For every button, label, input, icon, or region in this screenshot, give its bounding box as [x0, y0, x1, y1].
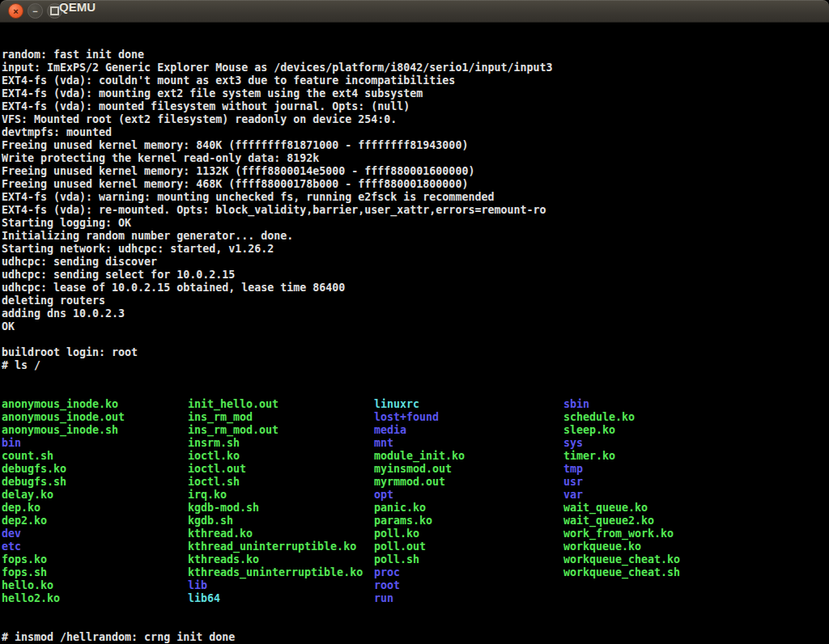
ls-entry: debugfs.sh [2, 476, 66, 489]
ls-output: anonymous_inode.koinit_hello.outlinuxrcs… [2, 398, 829, 605]
ls-entry: lib [188, 579, 207, 592]
qemu-window: × − QEMU random: fast init doneinput: Im… [0, 0, 829, 644]
ls-entry: workqueue_cheat.sh [563, 566, 680, 579]
close-icon: × [13, 6, 18, 16]
ls-entry: hello.ko [2, 579, 53, 592]
ls-entry: etc [2, 540, 21, 553]
ls-entry: poll.ko [374, 527, 419, 540]
ls-entry: count.sh [2, 450, 53, 463]
console-line [2, 333, 829, 346]
ls-entry: sleep.ko [563, 424, 615, 437]
console-line: udhcpc: lease of 10.0.2.15 obtained, lea… [2, 282, 829, 294]
ls-entry: hello2.ko [2, 592, 60, 605]
ls-row: etckthread_uninterruptible.kopoll.outwor… [2, 540, 829, 553]
console-line: adding dns 10.0.2.3 [2, 307, 829, 320]
ls-row: debugfs.koioctl.outmyinsmod.outtmp [2, 463, 829, 476]
ls-row: bininsrm.shmntsys [2, 437, 829, 450]
console-line: deleting routers [2, 294, 829, 307]
console-line: # ls / [2, 359, 829, 372]
ls-entry: wait_queue.ko [563, 502, 648, 515]
ls-entry: var [563, 489, 583, 502]
ls-entry: schedule.ko [563, 411, 635, 424]
ls-row: anonymous_inode.outins_rm_modlost+founds… [2, 411, 829, 424]
ls-entry: myinsmod.out [374, 463, 452, 476]
ls-row: anonymous_inode.koinit_hello.outlinuxrcs… [2, 398, 829, 411]
ls-entry: lost+found [374, 411, 439, 424]
console-line: Write protecting the kernel read-only da… [2, 152, 829, 165]
console-line: Freeing unused kernel memory: 468K (ffff… [2, 178, 829, 191]
ls-entry: workqueue.ko [563, 540, 641, 553]
maximize-icon [50, 6, 59, 15]
console-line: udhcpc: sending discover [2, 256, 829, 269]
ls-entry: ins_rm_mod [188, 411, 253, 424]
ls-entry: wait_queue2.ko [563, 515, 654, 527]
minimize-button[interactable]: − [28, 3, 43, 19]
ls-entry: poll.out [374, 540, 426, 553]
ls-entry: module_init.ko [374, 450, 465, 463]
ls-entry: anonymous_inode.ko [2, 398, 118, 411]
console-line: Starting logging: OK [2, 217, 829, 230]
ls-entry: linuxrc [374, 398, 419, 411]
ls-row: fops.kokthreads.kopoll.shworkqueue_cheat… [2, 553, 829, 566]
ls-row: dep.kokgdb-mod.shpanic.kowait_queue.ko [2, 502, 829, 515]
ls-row: delay.koirq.kooptvar [2, 489, 829, 502]
ls-row: anonymous_inode.shins_rm_mod.outmediasle… [2, 424, 829, 437]
boot-log: random: fast init doneinput: ImExPS/2 Ge… [2, 49, 829, 372]
ls-entry: panic.ko [374, 502, 426, 515]
ls-entry: root [374, 579, 400, 592]
ls-entry: anonymous_inode.sh [2, 424, 118, 437]
console-line: udhcpc: sending select for 10.0.2.15 [2, 269, 829, 282]
ls-entry: dep2.ko [2, 515, 47, 527]
ls-row: hello.kolibroot [2, 579, 829, 592]
ls-entry: anonymous_inode.out [2, 411, 125, 424]
ls-entry: irq.ko [188, 489, 227, 502]
ls-row: dep2.kokgdb.shparams.kowait_queue2.ko [2, 515, 829, 527]
ls-entry: workqueue_cheat.ko [563, 553, 680, 566]
ls-entry: poll.sh [374, 553, 419, 566]
ls-entry: insrm.sh [188, 437, 240, 450]
console-line: # insmod /hellrandom: crng init done [2, 631, 829, 644]
ls-entry: mnt [374, 437, 393, 450]
console-line: input: ImExPS/2 Generic Explorer Mouse a… [2, 61, 829, 74]
ls-entry: delay.ko [2, 489, 53, 502]
ls-entry: params.ko [374, 515, 432, 527]
ls-entry: work_from_work.ko [563, 527, 674, 540]
console-line: EXT4-fs (vda): mounting ext2 file system… [2, 87, 829, 100]
close-button[interactable]: × [8, 3, 23, 19]
ls-entry: fops.sh [2, 566, 47, 579]
console-line: OK [2, 320, 829, 333]
ls-entry: usr [563, 476, 583, 489]
console-line: random: fast init done [2, 49, 829, 61]
ls-entry: opt [374, 489, 393, 502]
console-line: Freeing unused kernel memory: 840K (ffff… [2, 139, 829, 152]
ls-row: debugfs.shioctl.shmyrmmod.outusr [2, 476, 829, 489]
ls-entry: kthread.ko [188, 527, 253, 540]
ls-entry: kthreads_uninterruptible.ko [188, 566, 363, 579]
ls-entry: sbin [563, 398, 589, 411]
ls-entry: kthreads.ko [188, 553, 259, 566]
console-line: buildroot login: root [2, 346, 829, 359]
ls-entry: kgdb.sh [188, 515, 233, 527]
ls-entry: sys [563, 437, 583, 450]
console-line: Freeing unused kernel memory: 1132K (fff… [2, 165, 829, 178]
ls-entry: tmp [563, 463, 583, 476]
ls-entry: init_hello.out [188, 398, 278, 411]
console-tail: # insmod /hellrandom: crng init done# in… [2, 631, 829, 644]
console-line: Initializing random number generator... … [2, 230, 829, 243]
ls-entry: debugfs.ko [2, 463, 66, 476]
ls-row: fops.shkthreads_uninterruptible.koprocwo… [2, 566, 829, 579]
ls-row: hello2.kolib64run [2, 592, 829, 605]
console-line: EXT4-fs (vda): warning: mounting uncheck… [2, 191, 829, 204]
ls-entry: timer.ko [563, 450, 615, 463]
console-line: EXT4-fs (vda): re-mounted. Opts: block_v… [2, 204, 829, 217]
minimize-icon: − [32, 6, 37, 16]
ls-row: devkthread.kopoll.kowork_from_work.ko [2, 527, 829, 540]
ls-entry: media [374, 424, 406, 437]
title-bar[interactable]: × − QEMU [0, 0, 829, 23]
terminal-screen[interactable]: random: fast init doneinput: ImExPS/2 Ge… [0, 23, 829, 644]
ls-entry: ioctl.sh [188, 476, 240, 489]
console-line: EXT4-fs (vda): couldn't mount as ext3 du… [2, 74, 829, 87]
window-title: QEMU [59, 0, 96, 23]
ls-row: count.shioctl.komodule_init.kotimer.ko [2, 450, 829, 463]
ls-entry: ins_rm_mod.out [188, 424, 278, 437]
